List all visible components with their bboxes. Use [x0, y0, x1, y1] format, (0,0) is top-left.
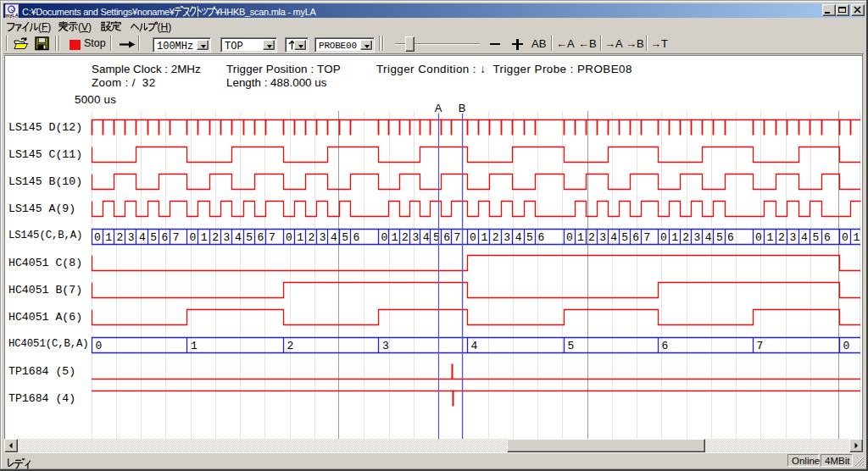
svg-text:4: 4 — [235, 231, 242, 244]
svg-text:7: 7 — [454, 231, 461, 244]
svg-text:4: 4 — [801, 231, 808, 244]
svg-text:6: 6 — [537, 231, 544, 244]
svg-text:B: B — [459, 102, 466, 114]
svg-text:0: 0 — [470, 231, 476, 244]
svg-text:2: 2 — [212, 231, 219, 244]
svg-text:3: 3 — [790, 231, 797, 244]
svg-text:7: 7 — [757, 340, 764, 352]
svg-text:0: 0 — [843, 340, 850, 352]
svg-text:5: 5 — [246, 231, 253, 244]
svg-text:2: 2 — [492, 231, 499, 244]
svg-text:2: 2 — [682, 231, 689, 244]
svg-text:1: 1 — [191, 340, 198, 352]
svg-text:4: 4 — [331, 231, 337, 244]
svg-text:5: 5 — [568, 340, 575, 352]
svg-text:1: 1 — [201, 231, 208, 244]
svg-text:7: 7 — [173, 231, 180, 244]
svg-text:7: 7 — [643, 231, 650, 244]
svg-text:2: 2 — [402, 231, 409, 244]
svg-text:6: 6 — [443, 231, 450, 244]
svg-text:4: 4 — [610, 231, 617, 244]
svg-text:3: 3 — [599, 231, 606, 244]
svg-text:5: 5 — [150, 231, 157, 244]
svg-text:5: 5 — [526, 231, 533, 244]
svg-text:6: 6 — [632, 231, 639, 244]
svg-text:5: 5 — [716, 231, 723, 244]
svg-text:6: 6 — [161, 231, 168, 244]
svg-text:1: 1 — [853, 231, 860, 244]
svg-text:1: 1 — [767, 231, 774, 244]
svg-text:3: 3 — [320, 231, 326, 244]
svg-text:3: 3 — [412, 231, 419, 244]
svg-text:3: 3 — [382, 340, 389, 352]
svg-text:0: 0 — [96, 340, 103, 352]
svg-text:2: 2 — [287, 340, 294, 352]
svg-text:2: 2 — [116, 231, 123, 244]
svg-text:0: 0 — [190, 231, 197, 244]
svg-text:4: 4 — [705, 231, 712, 244]
svg-text:4: 4 — [515, 231, 522, 244]
svg-text:4: 4 — [423, 231, 430, 244]
svg-text:1: 1 — [671, 231, 678, 244]
svg-text:0: 0 — [660, 231, 667, 244]
svg-text:0: 0 — [842, 231, 849, 244]
svg-text:3: 3 — [694, 231, 701, 244]
svg-text:6: 6 — [824, 231, 831, 244]
svg-text:4: 4 — [471, 340, 478, 352]
svg-text:0: 0 — [566, 231, 573, 244]
svg-text:5: 5 — [342, 231, 348, 244]
svg-text:6: 6 — [662, 340, 669, 352]
svg-text:7: 7 — [269, 231, 275, 244]
svg-text:0: 0 — [755, 231, 762, 244]
svg-text:1: 1 — [481, 231, 487, 244]
svg-text:2: 2 — [778, 231, 785, 244]
svg-text:6: 6 — [353, 231, 359, 244]
svg-text:2: 2 — [588, 231, 595, 244]
svg-text:6: 6 — [258, 231, 264, 244]
svg-text:1: 1 — [392, 231, 398, 244]
svg-text:5: 5 — [813, 231, 820, 244]
svg-text:5: 5 — [621, 231, 628, 244]
svg-text:0: 0 — [381, 231, 388, 244]
svg-text:myLA: myLA — [5, 13, 18, 18]
svg-text:1: 1 — [105, 231, 112, 244]
svg-text:3: 3 — [128, 231, 135, 244]
svg-text:1: 1 — [577, 231, 584, 244]
svg-text:3: 3 — [224, 231, 231, 244]
svg-text:6: 6 — [727, 231, 734, 244]
svg-text:0: 0 — [286, 231, 292, 244]
svg-text:A: A — [435, 102, 442, 114]
svg-text:1: 1 — [297, 231, 303, 244]
svg-text:2: 2 — [308, 231, 314, 244]
svg-text:3: 3 — [504, 231, 510, 244]
svg-text:0: 0 — [94, 231, 101, 244]
svg-text:4: 4 — [139, 231, 146, 244]
